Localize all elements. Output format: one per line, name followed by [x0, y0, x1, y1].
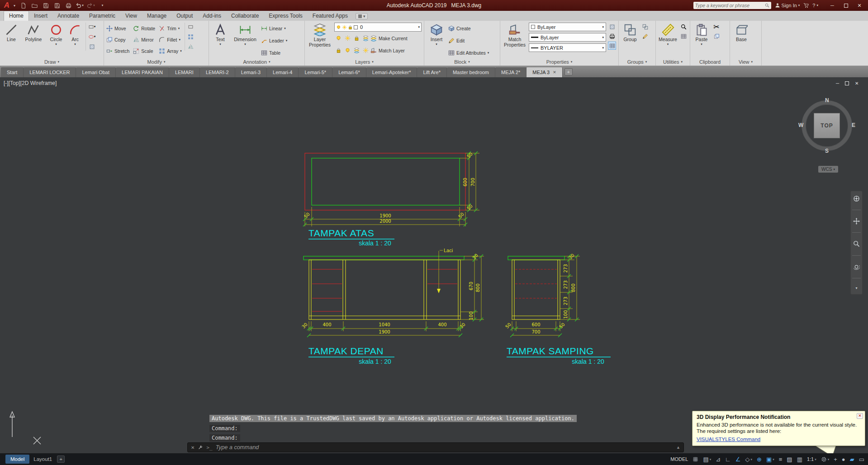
- svg-text:100[interactable]: 100: [469, 311, 474, 320]
- create-block-button[interactable]: Create: [448, 23, 498, 34]
- svg-text:600[interactable]: 600: [463, 178, 468, 186]
- file-tab-lemari-2[interactable]: LEMARI-2: [200, 67, 235, 77]
- viewcube[interactable]: N W E S TOP: [797, 96, 856, 155]
- file-tab-lemari[interactable]: LEMARI: [169, 67, 200, 77]
- file-tab-meja-2[interactable]: MEJA 2*: [495, 67, 526, 77]
- svg-text:273[interactable]: 273: [563, 280, 568, 289]
- file-tab-lemari-locker[interactable]: LEMARI LOCKER: [24, 67, 76, 77]
- measure-button[interactable]: Measure▾: [658, 23, 678, 46]
- wcs-menu[interactable]: WCS▾: [818, 166, 838, 173]
- command-customize-wrench-icon[interactable]: [198, 445, 203, 450]
- view-tampak-samping[interactable]: 50 600 50 700 30 273 273 273 100 800 TAM…: [504, 253, 611, 365]
- match-properties-button[interactable]: Match Properties: [503, 23, 527, 47]
- navbar-more-chevron-icon[interactable]: ▾: [855, 286, 857, 290]
- callout-laci[interactable]: Laci: [444, 248, 453, 253]
- viewport-controls-label[interactable]: [-][Top][2D Wireframe]: [4, 80, 57, 86]
- file-tab-lift-are[interactable]: Lift Are*: [417, 67, 447, 77]
- viewcube-top-face[interactable]: TOP: [814, 113, 840, 138]
- undo-button[interactable]: ▾: [75, 1, 85, 10]
- polar-tracking-icon[interactable]: ∠: [735, 456, 741, 462]
- file-tab-lemari-obat[interactable]: Lemari Obat: [76, 67, 116, 77]
- scale-button[interactable]: Scale: [133, 45, 155, 56]
- ribbon-display-toggle[interactable]: ▾: [356, 13, 368, 19]
- array-button[interactable]: Array▾: [159, 45, 182, 56]
- block-panel-label[interactable]: Block▾: [424, 58, 500, 66]
- selection-cycling-icon[interactable]: ▥: [797, 456, 802, 462]
- layer-properties-button[interactable]: Layer Properties: [307, 23, 332, 47]
- sign-in-button[interactable]: Sign In▾: [775, 3, 800, 8]
- layer-previous-icon[interactable]: [361, 47, 370, 55]
- close-button[interactable]: ✕: [853, 0, 866, 10]
- svg-text:skala 1 : 20[interactable]: skala 1 : 20: [572, 358, 604, 365]
- copy-clip-icon[interactable]: [712, 32, 721, 40]
- command-history-scroll-icon[interactable]: ▲: [676, 445, 680, 450]
- viewport-restore-icon[interactable]: [845, 81, 849, 85]
- app-store-button[interactable]: [803, 3, 809, 8]
- qat-customize-button[interactable]: ▾: [97, 1, 107, 10]
- arc-button[interactable]: Arc▾: [67, 23, 83, 46]
- file-tab-lemari-3[interactable]: Lemari-3: [235, 67, 267, 77]
- ribbon-tab-parametric[interactable]: Parametric: [84, 11, 120, 21]
- layer-lock-icon[interactable]: [348, 25, 353, 30]
- ungroup-icon[interactable]: [641, 23, 649, 31]
- minimize-button[interactable]: ─: [825, 0, 839, 10]
- workspace-switching-icon[interactable]: ▾: [821, 456, 830, 462]
- file-tab-meja-3[interactable]: MEJA 3✕: [526, 67, 562, 77]
- ribbon-tab-addins[interactable]: Add-ins: [198, 11, 226, 21]
- svg-text:100[interactable]: 100: [563, 310, 568, 319]
- visualstyles-command-link[interactable]: VISUALSTYLES Command: [697, 437, 760, 442]
- ribbon-tab-view[interactable]: View: [120, 11, 142, 21]
- save-button[interactable]: [41, 1, 51, 10]
- leader-button[interactable]: Leader▾: [261, 35, 302, 46]
- layer-off-icon[interactable]: [361, 34, 370, 42]
- file-tab-master-bedroom[interactable]: Master bedroom: [447, 67, 495, 77]
- group-button[interactable]: Group: [621, 23, 639, 42]
- ellipse-tool-icon[interactable]: ▾: [88, 33, 96, 41]
- linetype-select[interactable]: BYLAYER▾: [529, 43, 606, 52]
- linear-dimension-button[interactable]: Linear▾: [261, 23, 302, 34]
- ribbon-tab-insert[interactable]: Insert: [29, 11, 52, 21]
- rectangle-tool-icon[interactable]: ▾: [88, 23, 96, 31]
- isolate-objects-icon[interactable]: ●: [842, 456, 845, 462]
- insert-block-button[interactable]: Insert▾: [427, 23, 446, 46]
- svg-text:400[interactable]: 400: [438, 322, 446, 327]
- ribbon-tab-home[interactable]: Home: [4, 11, 29, 21]
- ucs-icon[interactable]: [10, 412, 41, 444]
- ribbon-tab-manage[interactable]: Manage: [142, 11, 171, 21]
- group-edit-icon[interactable]: [641, 32, 649, 40]
- ribbon-tab-featured-apps[interactable]: Featured Apps: [308, 11, 353, 21]
- layers-panel-label[interactable]: Layers▾: [305, 58, 424, 66]
- layer-isolate-icon[interactable]: [334, 34, 342, 42]
- svg-text:skala 1 : 20[interactable]: skala 1 : 20: [359, 358, 391, 365]
- view-tampak-atas[interactable]: 50 1900 50 2000 50 600 50 700 TAMPAK ATA…: [303, 151, 479, 247]
- file-tab-lemari-pakaian[interactable]: LEMARI PAKAIAN: [116, 67, 169, 77]
- modify-panel-label[interactable]: Modify▾: [104, 58, 209, 66]
- lineweight-display-icon[interactable]: ≡: [779, 456, 783, 462]
- edit-block-button[interactable]: Edit: [448, 35, 498, 46]
- base-view-button[interactable]: Base: [732, 23, 750, 42]
- dimension-button[interactable]: Dimension▾: [231, 23, 259, 46]
- compass-west-label[interactable]: W: [798, 122, 803, 128]
- infer-constraints-icon[interactable]: ⊿: [716, 456, 721, 462]
- layer-color-swatch[interactable]: [354, 25, 358, 29]
- svg-text:670[interactable]: 670: [469, 282, 474, 290]
- svg-text:30[interactable]: 30: [459, 322, 466, 329]
- tab-close-icon[interactable]: ✕: [553, 70, 556, 75]
- zoom-icon[interactable]: [853, 240, 860, 247]
- polyline-button[interactable]: Polyline: [22, 23, 45, 42]
- notification-close-icon[interactable]: ✕: [857, 413, 863, 419]
- isometric-drafting-icon[interactable]: ◇▾: [745, 456, 753, 462]
- hatch-tool-icon[interactable]: [88, 42, 96, 51]
- svg-text:50[interactable]: 50: [457, 211, 465, 219]
- view-title-samping[interactable]: TAMPAK SAMPING: [507, 346, 594, 356]
- svg-text:2000[interactable]: 2000: [379, 219, 391, 224]
- grid-display-icon[interactable]: [693, 456, 698, 462]
- svg-text:50[interactable]: 50: [303, 211, 311, 219]
- svg-text:400[interactable]: 400: [323, 322, 331, 327]
- ribbon-tab-annotate[interactable]: Annotate: [52, 11, 84, 21]
- file-tab-lemari-apoteker[interactable]: Lemari-Apoteker*: [366, 67, 417, 77]
- ortho-mode-icon[interactable]: ∟: [725, 456, 731, 462]
- svg-text:1900[interactable]: 1900: [379, 213, 391, 218]
- viewport-close-icon[interactable]: ✕: [855, 81, 859, 86]
- compass-east-label[interactable]: E: [852, 122, 855, 128]
